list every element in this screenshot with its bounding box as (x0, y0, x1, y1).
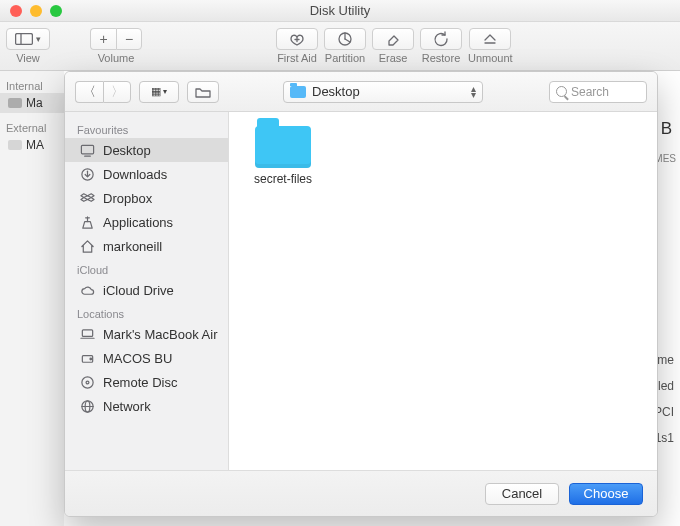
info-value-1: me (657, 353, 674, 367)
updown-icon: ▴▾ (471, 86, 476, 98)
sidebar-toggle-button[interactable]: ▾ (6, 28, 50, 50)
svg-marker-15 (87, 197, 94, 201)
chevron-down-icon: ▾ (163, 87, 167, 96)
search-field[interactable]: Search (549, 81, 647, 103)
sidebar-item-label: Network (103, 399, 151, 414)
sidebar-item-label: MACOS BU (103, 351, 172, 366)
first-aid-label: First Aid (277, 52, 317, 64)
folder-icon (195, 86, 211, 98)
disk-icon (8, 98, 22, 108)
search-placeholder: Search (571, 85, 609, 99)
nav-segmented: 〈 〉 (75, 81, 131, 103)
sidebar-item-label: Dropbox (103, 191, 152, 206)
external-header: External (0, 119, 64, 135)
search-icon (556, 86, 567, 97)
sidebar-item-label: Remote Disc (103, 375, 177, 390)
erase-label: Erase (379, 52, 408, 64)
location-popup[interactable]: Desktop ▴▾ (283, 81, 483, 103)
home-icon (79, 238, 95, 254)
view-label: View (16, 52, 40, 64)
svg-rect-8 (81, 145, 93, 153)
unmount-label: Unmount (468, 52, 513, 64)
sidebar-item-desktop[interactable]: Desktop (65, 138, 228, 162)
back-button[interactable]: 〈 (75, 81, 103, 103)
sidebar-item-network[interactable]: Network (65, 394, 228, 418)
sidebar-item-applications[interactable]: Applications (65, 210, 228, 234)
cancel-label: Cancel (502, 486, 542, 501)
location-label: Desktop (312, 84, 465, 99)
dialog-footer: Cancel Choose (65, 470, 657, 516)
partition-button[interactable] (324, 28, 366, 50)
sidebar-item-label: Applications (103, 215, 173, 230)
choose-button[interactable]: Choose (569, 483, 643, 505)
info-value-b: B (657, 119, 672, 139)
external-disk-label: MA (26, 138, 44, 152)
dialog-toolbar: 〈 〉 ▦ ▾ Desktop ▴▾ Search (65, 72, 657, 112)
internal-header: Internal (0, 77, 64, 93)
dialog-content[interactable]: secret-files (229, 112, 657, 470)
sidebar-item-remote-disc[interactable]: Remote Disc (65, 370, 228, 394)
sidebar-item-dropbox[interactable]: Dropbox (65, 186, 228, 210)
sidebar-item-icloud[interactable]: iCloud Drive (65, 278, 228, 302)
sidebar-item-laptop[interactable]: Mark's MacBook Air (65, 322, 228, 346)
sidebar-item-label: iCloud Drive (103, 283, 174, 298)
first-aid-button[interactable] (276, 28, 318, 50)
locations-header: Locations (65, 302, 228, 322)
applications-icon (79, 214, 95, 230)
svg-marker-14 (80, 197, 87, 201)
window-title: Disk Utility (0, 3, 680, 18)
svg-point-22 (81, 376, 92, 387)
internal-disk-item[interactable]: Ma (0, 93, 64, 113)
disk-icon (8, 140, 22, 150)
desktop-icon (79, 142, 95, 158)
file-chooser-dialog: 〈 〉 ▦ ▾ Desktop ▴▾ Search Favourites Des… (64, 71, 658, 517)
restore-button[interactable] (420, 28, 462, 50)
svg-marker-13 (87, 193, 94, 197)
sidebar-item-ext-disk[interactable]: MACOS BU (65, 346, 228, 370)
app-toolbar: ▾ View + − Volume First Aid Partition Er… (0, 22, 680, 71)
forward-button[interactable]: 〉 (103, 81, 131, 103)
restore-label: Restore (422, 52, 461, 64)
sidebar-item-downloads[interactable]: Downloads (65, 162, 228, 186)
cancel-button[interactable]: Cancel (485, 483, 559, 505)
svg-point-21 (90, 358, 92, 360)
svg-rect-0 (16, 34, 33, 45)
titlebar: Disk Utility (0, 0, 680, 22)
grid-icon: ▦ (151, 85, 161, 98)
folder-item[interactable]: secret-files (243, 126, 323, 186)
volume-label: Volume (98, 52, 135, 64)
external-disk-item[interactable]: MA (0, 135, 64, 155)
unmount-button[interactable] (469, 28, 511, 50)
sidebar-item-label: Mark's MacBook Air (103, 327, 217, 342)
volume-segmented: + − (90, 28, 142, 50)
group-button[interactable] (187, 81, 219, 103)
laptop-icon (79, 326, 95, 342)
info-value-2: led (658, 379, 674, 393)
svg-point-23 (86, 381, 89, 384)
choose-label: Choose (584, 486, 629, 501)
dropbox-icon (79, 190, 95, 206)
view-mode-button[interactable]: ▦ ▾ (139, 81, 179, 103)
partition-label: Partition (325, 52, 365, 64)
disk-icon (79, 350, 95, 366)
folder-icon (255, 126, 311, 168)
cloud-icon (79, 282, 95, 298)
sidebar-item-home[interactable]: markoneill (65, 234, 228, 258)
svg-marker-12 (80, 193, 87, 197)
dialog-sidebar: Favourites Desktop Downloads Dropbox App… (65, 112, 229, 470)
volume-remove-button[interactable]: − (116, 28, 142, 50)
sidebar-item-label: Desktop (103, 143, 151, 158)
favourites-header: Favourites (65, 118, 228, 138)
sidebar-item-label: markoneill (103, 239, 162, 254)
folder-icon (290, 86, 306, 98)
svg-rect-18 (82, 329, 92, 336)
svg-line-6 (345, 39, 350, 42)
disc-icon (79, 374, 95, 390)
internal-disk-label: Ma (26, 96, 43, 110)
network-icon (79, 398, 95, 414)
erase-button[interactable] (372, 28, 414, 50)
icloud-header: iCloud (65, 258, 228, 278)
volume-add-button[interactable]: + (90, 28, 116, 50)
downloads-icon (79, 166, 95, 182)
sidebar-item-label: Downloads (103, 167, 167, 182)
